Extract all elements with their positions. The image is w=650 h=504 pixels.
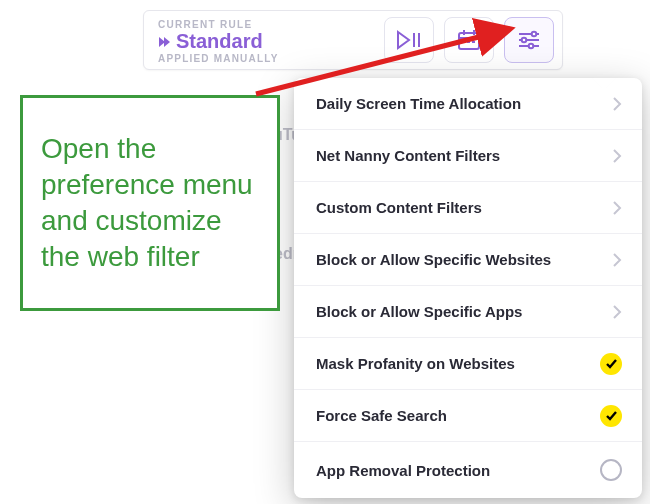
current-rule-card: CURRENT RULE Standard APPLIED MANUALLY	[143, 10, 563, 70]
menu-item-label: Daily Screen Time Allocation	[316, 95, 521, 112]
current-rule-label: CURRENT RULE	[158, 19, 370, 30]
menu-item-mask-profanity[interactable]: Mask Profanity on Websites	[294, 338, 642, 390]
svg-marker-2	[398, 32, 409, 48]
chevron-right-icon	[612, 200, 622, 216]
toggle-off-icon	[600, 459, 622, 481]
current-rule-sub: APPLIED MANUALLY	[158, 53, 370, 64]
svg-rect-9	[462, 41, 465, 43]
chevron-right-icon	[612, 148, 622, 164]
playhead-icon	[158, 36, 170, 48]
schedule-button[interactable]	[444, 17, 494, 63]
menu-item-custom-content-filters[interactable]: Custom Content Filters	[294, 182, 642, 234]
annotation-text: Open the preference menu and customize t…	[41, 131, 259, 274]
play-pause-icon	[395, 28, 423, 52]
menu-item-label: Custom Content Filters	[316, 199, 482, 216]
menu-item-block-allow-websites[interactable]: Block or Allow Specific Websites	[294, 234, 642, 286]
menu-item-label: Mask Profanity on Websites	[316, 355, 515, 372]
menu-item-label: Force Safe Search	[316, 407, 447, 424]
svg-point-16	[522, 38, 527, 43]
preferences-button[interactable]	[504, 17, 554, 63]
chevron-right-icon	[612, 96, 622, 112]
menu-item-label: Net Nanny Content Filters	[316, 147, 500, 164]
chevron-right-icon	[612, 304, 622, 320]
menu-item-label: Block or Allow Specific Websites	[316, 251, 551, 268]
menu-item-net-nanny-filters[interactable]: Net Nanny Content Filters	[294, 130, 642, 182]
menu-item-force-safe-search[interactable]: Force Safe Search	[294, 390, 642, 442]
menu-item-daily-screen-time[interactable]: Daily Screen Time Allocation	[294, 78, 642, 130]
svg-point-15	[532, 32, 537, 37]
preferences-menu: Daily Screen Time Allocation Net Nanny C…	[294, 78, 642, 498]
toggle-on-icon	[600, 353, 622, 375]
sliders-icon	[516, 29, 542, 51]
menu-item-block-allow-apps[interactable]: Block or Allow Specific Apps	[294, 286, 642, 338]
menu-item-label: Block or Allow Specific Apps	[316, 303, 522, 320]
current-rule-name[interactable]: Standard	[158, 31, 370, 52]
svg-point-17	[529, 44, 534, 49]
menu-item-label: App Removal Protection	[316, 462, 490, 479]
calendar-icon	[456, 28, 482, 52]
menu-item-app-removal-protection[interactable]: App Removal Protection	[294, 442, 642, 498]
annotation-callout: Open the preference menu and customize t…	[20, 95, 280, 311]
play-pause-button[interactable]	[384, 17, 434, 63]
toggle-on-icon	[600, 405, 622, 427]
svg-rect-11	[472, 41, 475, 43]
svg-marker-1	[164, 37, 170, 47]
chevron-right-icon	[612, 252, 622, 268]
svg-rect-10	[467, 41, 470, 43]
